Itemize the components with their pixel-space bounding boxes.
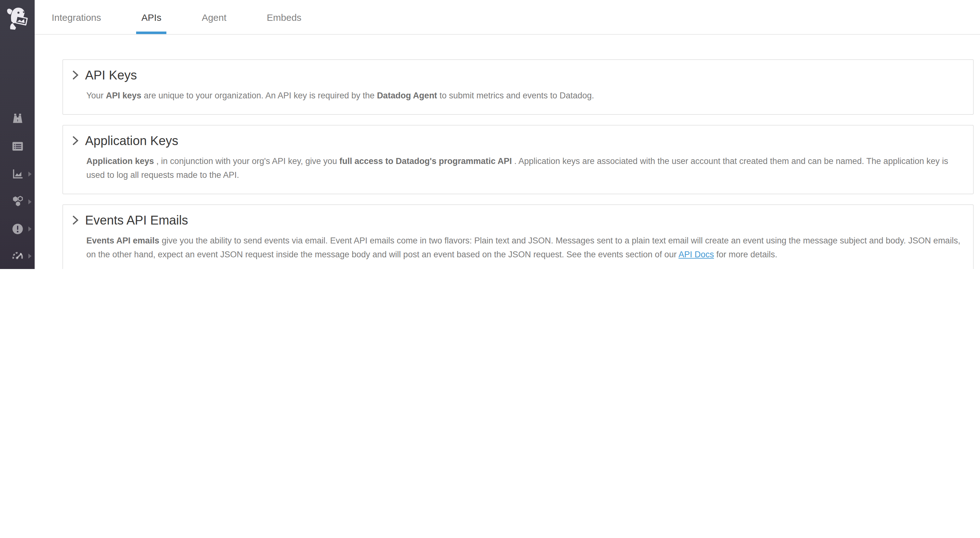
section-title: API Keys: [85, 66, 137, 84]
panel-api-keys: API Keys Your API keys are unique to you…: [62, 59, 974, 115]
chevron-right-icon: [72, 136, 79, 146]
events-api-emails-description: Events API emails give you the ability t…: [86, 234, 961, 262]
metrics-chart-icon[interactable]: [0, 164, 35, 184]
events-list-icon[interactable]: [0, 137, 35, 156]
tab-apis[interactable]: APIs: [137, 0, 166, 34]
api-docs-link[interactable]: API Docs: [678, 250, 714, 259]
tab-embeds[interactable]: Embeds: [262, 0, 307, 34]
apm-gauge-icon[interactable]: [0, 247, 35, 265]
chevron-right-icon: [72, 70, 79, 80]
chevron-right-icon: [72, 215, 79, 225]
section-title: Application Keys: [85, 132, 178, 150]
monitors-alert-icon[interactable]: [0, 219, 35, 238]
application-keys-description: Application keys , in conjunction with y…: [86, 155, 961, 182]
datadog-apis-page: ? Integrations APIs Agent Embeds: [0, 0, 980, 269]
datadog-logo[interactable]: [0, 0, 35, 35]
section-title: Events API Emails: [85, 211, 188, 229]
sidebar: ?: [0, 0, 35, 269]
watchdog-binoculars-icon[interactable]: [0, 109, 35, 128]
events-api-emails-section-header[interactable]: Events API Emails: [72, 211, 961, 229]
tab-agent[interactable]: Agent: [197, 0, 231, 34]
api-keys-description: Your API keys are unique to your organiz…: [86, 89, 961, 103]
main-content: API Keys Your API keys are unique to you…: [35, 35, 980, 269]
api-keys-section-header[interactable]: API Keys: [72, 66, 961, 84]
chevron-right-icon: [29, 172, 32, 177]
datadog-dog-icon: [5, 5, 30, 30]
application-keys-section-header[interactable]: Application Keys: [72, 132, 961, 150]
tab-integrations[interactable]: Integrations: [47, 0, 106, 34]
top-nav: Integrations APIs Agent Embeds: [35, 0, 980, 35]
panel-events-api-emails: Events API Emails Events API emails give…: [62, 204, 974, 269]
panel-application-keys: Application Keys Application keys , in c…: [62, 125, 974, 194]
infrastructure-hexagons-icon[interactable]: [0, 192, 35, 211]
chevron-right-icon: [29, 199, 32, 204]
chevron-right-icon: [29, 254, 32, 259]
chevron-right-icon: [29, 227, 32, 231]
